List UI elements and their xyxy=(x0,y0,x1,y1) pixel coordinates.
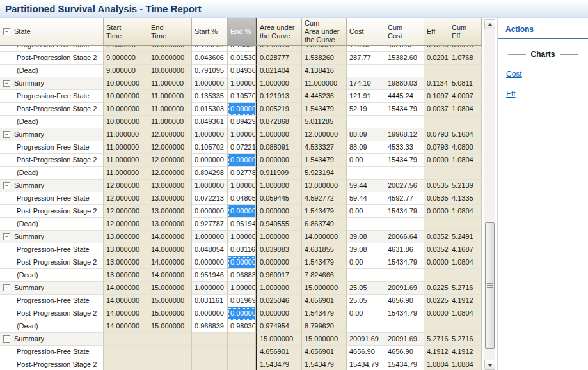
cell-end_pct[interactable]: 0.000000 xyxy=(228,307,256,320)
cell-cost[interactable]: 149.82 xyxy=(347,46,385,52)
cell-cum_eff[interactable]: 1.0768 xyxy=(449,52,482,65)
column-header-start_pct[interactable]: Start % xyxy=(192,18,228,45)
cell-cost[interactable]: 15434.79 xyxy=(347,358,385,370)
cell-start_time[interactable]: 14.000000 xyxy=(104,320,148,333)
cell-start_pct[interactable]: 0.165299 xyxy=(192,46,228,52)
cell-start_time[interactable]: 12.000000 xyxy=(104,180,148,192)
cell-cost[interactable] xyxy=(347,218,385,231)
cell-cost[interactable]: 52.19 xyxy=(347,103,385,116)
cell-cum_cost[interactable]: 4631.86 xyxy=(385,243,424,256)
cell-start_pct[interactable]: 0.791095 xyxy=(192,65,228,77)
cell-cum_eff[interactable] xyxy=(449,320,482,333)
cell-start_pct[interactable]: 0.048054 xyxy=(192,243,228,256)
cell-eff[interactable]: 0.0000 xyxy=(424,205,449,218)
cell-auc[interactable]: 4.656901 xyxy=(256,346,302,358)
cell-end_time[interactable]: 13.000000 xyxy=(148,192,192,205)
cell-eff[interactable]: 0.0225 xyxy=(424,282,449,295)
cell-cost[interactable]: 20091.69 xyxy=(347,333,385,346)
cell-start_pct[interactable]: 0.043606 xyxy=(192,52,228,65)
cell-start_time[interactable]: 9.000000 xyxy=(104,65,148,77)
vertical-scrollbar[interactable] xyxy=(484,19,495,370)
cell-end_pct[interactable] xyxy=(228,346,256,358)
cell-auc[interactable]: 1.000000 xyxy=(256,180,302,192)
cell-state[interactable]: −Summary xyxy=(0,180,104,192)
cell-end_time[interactable]: 14.000000 xyxy=(148,243,192,256)
cell-end_time[interactable]: 12.000000 xyxy=(148,167,192,180)
cell-state[interactable]: (Dead) xyxy=(0,218,104,231)
cell-eff[interactable]: 1.0804 xyxy=(424,358,449,370)
cell-state[interactable]: (Dead) xyxy=(0,116,104,128)
cell-start_time[interactable]: 11.000000 xyxy=(104,167,148,180)
cell-eff[interactable]: 4.1912 xyxy=(424,346,449,358)
cell-cost[interactable] xyxy=(347,116,385,128)
cell-cum_eff[interactable]: 1.0804 xyxy=(449,205,482,218)
cell-cum_auc[interactable]: 1.543479 xyxy=(302,205,347,218)
cell-state[interactable]: Post-Progression Stage 2 xyxy=(0,52,104,65)
cell-cum_auc[interactable]: 4.138416 xyxy=(302,65,347,77)
cell-end_time[interactable]: 11.000000 xyxy=(148,116,192,128)
cell-cum_cost[interactable]: 20091.69 xyxy=(385,333,424,346)
cell-state[interactable]: −Summary xyxy=(0,77,104,90)
cell-end_time[interactable]: 14.000000 xyxy=(148,256,192,269)
cell-state[interactable]: Post-Progression Stage 2 xyxy=(0,307,104,320)
cell-auc[interactable]: 0.025046 xyxy=(256,295,302,307)
cell-cum_cost[interactable]: 15434.79 xyxy=(385,358,424,370)
cell-cum_auc[interactable]: 14.000000 xyxy=(302,231,347,243)
cell-cum_cost[interactable]: 15382.60 xyxy=(385,52,424,65)
cell-cum_eff[interactable]: 5.1604 xyxy=(449,128,482,141)
cell-cum_auc[interactable]: 11.000000 xyxy=(302,77,347,90)
cell-cum_cost[interactable]: 20066.64 xyxy=(385,231,424,243)
cell-cost[interactable]: 4656.90 xyxy=(347,346,385,358)
cell-cum_eff[interactable] xyxy=(449,116,482,128)
cell-start_time[interactable]: 13.000000 xyxy=(104,243,148,256)
cell-cum_cost[interactable]: 15434.79 xyxy=(385,205,424,218)
cell-end_time[interactable]: 11.000000 xyxy=(148,90,192,103)
cell-cum_auc[interactable]: 15.000000 xyxy=(302,333,347,346)
cell-cost[interactable]: 0.00 xyxy=(347,307,385,320)
cell-end_pct[interactable]: 0.019698 xyxy=(228,295,256,307)
cell-start_pct[interactable]: 0.968839 xyxy=(192,320,228,333)
cell-state[interactable]: −Summary xyxy=(0,282,104,295)
cell-cost[interactable]: 0.00 xyxy=(347,256,385,269)
collapse-all-icon[interactable]: − xyxy=(3,28,10,35)
cell-cost[interactable]: 88.09 xyxy=(347,141,385,154)
cell-cum_auc[interactable]: 1.543479 xyxy=(302,307,347,320)
cell-cum_eff[interactable]: 1.0804 xyxy=(449,307,482,320)
cell-start_time[interactable] xyxy=(104,358,148,370)
cell-cum_eff[interactable]: 1.0804 xyxy=(449,103,482,116)
cell-cum_cost[interactable] xyxy=(385,320,424,333)
cell-eff[interactable]: 0.0535 xyxy=(424,180,449,192)
cell-end_pct[interactable] xyxy=(228,358,256,370)
cell-cum_auc[interactable]: 4.631855 xyxy=(302,243,347,256)
cell-state[interactable]: −Summary xyxy=(0,128,104,141)
column-header-end_pct[interactable]: End % xyxy=(228,18,256,45)
column-header-state[interactable]: −State xyxy=(0,18,104,45)
cell-state[interactable]: (Dead) xyxy=(0,65,104,77)
cell-cost[interactable]: 59.44 xyxy=(347,192,385,205)
cell-auc[interactable]: 15.000000 xyxy=(256,333,302,346)
cell-start_pct[interactable]: 0.000000 xyxy=(192,205,228,218)
cell-start_time[interactable]: 12.000000 xyxy=(104,192,148,205)
cell-end_time[interactable]: 13.000000 xyxy=(148,180,192,192)
cell-auc[interactable]: 0.911909 xyxy=(256,167,302,180)
cell-end_pct[interactable]: 1.000000 xyxy=(228,77,256,90)
cell-end_pct[interactable]: 0.105702 xyxy=(228,90,256,103)
cell-cum_eff[interactable] xyxy=(449,269,482,282)
cell-cost[interactable] xyxy=(347,320,385,333)
cell-state[interactable]: Progression-Free State xyxy=(0,46,104,52)
cell-cost[interactable] xyxy=(347,65,385,77)
cell-eff[interactable]: 0.0000 xyxy=(424,256,449,269)
cell-cum_cost[interactable]: 19968.12 xyxy=(385,128,424,141)
cell-cum_auc[interactable]: 8.799620 xyxy=(302,320,347,333)
cell-state[interactable]: Progression-Free State xyxy=(0,90,104,103)
cell-end_time[interactable]: 10.000000 xyxy=(148,65,192,77)
cell-auc[interactable]: 0.821404 xyxy=(256,65,302,77)
cell-eff[interactable]: 0.0201 xyxy=(424,52,449,65)
cell-eff[interactable] xyxy=(424,269,449,282)
cell-cum_eff[interactable]: 3.8910 xyxy=(449,46,482,52)
cell-auc[interactable]: 1.543479 xyxy=(256,358,302,370)
cell-start_pct[interactable]: 0.000000 xyxy=(192,154,228,167)
cell-auc[interactable]: 0.000000 xyxy=(256,205,302,218)
cell-start_pct[interactable]: 0.894298 xyxy=(192,167,228,180)
cell-cum_cost[interactable]: 15434.79 xyxy=(385,154,424,167)
